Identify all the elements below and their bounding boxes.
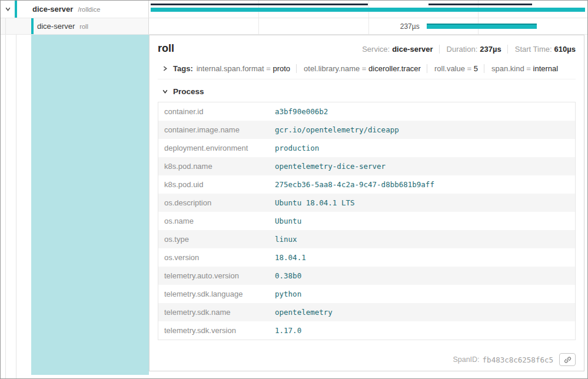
selected-span-color-block (31, 35, 149, 375)
span-detail-panel: roll Service:dice-server Duration:237µs … (149, 35, 584, 371)
kv-key: container.image.name (158, 121, 270, 139)
span-row-rolldice: dice-server /rolldice (1, 1, 587, 18)
kv-key: k8s.pod.uid (158, 175, 270, 194)
tag-key: roll.value (434, 64, 474, 73)
kv-key: telemetry.auto.version (158, 267, 270, 285)
operation-name: /rolldice (78, 6, 100, 13)
span-meta-item: Duration:237µs (439, 45, 501, 54)
table-row: telemetry.auto.version 0.38b0 (158, 267, 576, 285)
tag-value: internal (533, 64, 559, 73)
table-row: deployment.environment production (158, 139, 576, 157)
table-row: os.type linux (158, 230, 576, 248)
kv-value: python (269, 285, 576, 303)
table-row: os.description Ubuntu 18.04.1 LTS (158, 194, 576, 212)
kv-key: os.description (158, 194, 270, 212)
process-kv-rows: container.id a3bf90e006b2 container.imag… (158, 102, 576, 340)
tags-summary: internal.span.formatproto otel.library.n… (197, 64, 558, 73)
tree-indent-guide (16, 35, 16, 378)
chevron-down-icon[interactable] (160, 88, 170, 95)
kv-key: k8s.pod.name (158, 157, 270, 175)
kv-value: a3bf90e006b2 (269, 102, 576, 121)
minimap-span-line (428, 4, 532, 5)
kv-key: deployment.environment (158, 139, 270, 157)
span-name-cell-rolldice[interactable]: dice-server /rolldice (1, 1, 149, 18)
kv-key: telemetry.sdk.language (158, 285, 270, 303)
table-row: container.id a3bf90e006b2 (158, 102, 576, 121)
kv-key: os.name (158, 212, 270, 230)
kv-key: container.id (158, 102, 270, 121)
span-detail-header: roll Service:dice-server Duration:237µs … (158, 42, 576, 55)
table-row: telemetry.sdk.version 1.17.0 (158, 321, 576, 340)
tag-item: span.kindinternal (484, 64, 558, 73)
span-bar-roll[interactable] (427, 24, 537, 29)
tag-value: diceroller.tracer (368, 64, 421, 73)
spanid-value: fb483c8c6258f6c5 (483, 355, 553, 364)
table-row: os.version 18.04.1 (158, 248, 576, 267)
kv-value: 1.17.0 (269, 321, 576, 340)
kv-key: telemetry.sdk.version (158, 321, 270, 340)
meta-label: Duration: (447, 45, 478, 54)
meta-label: Start Time: (515, 45, 552, 54)
tree-indent-guide (5, 35, 6, 378)
table-row: os.name Ubuntu (158, 212, 576, 230)
table-row: k8s.pod.uid 275ecb36-5aa8-4c2a-9c47-d8bb… (158, 175, 576, 194)
kv-value: Ubuntu (269, 212, 576, 230)
kv-key: os.version (158, 248, 270, 267)
service-name: dice-server (37, 22, 75, 31)
meta-value: dice-server (392, 45, 433, 54)
table-row: telemetry.sdk.name opentelemetry (158, 303, 576, 321)
detail-left-column (1, 35, 149, 378)
jaeger-trace-detail-view: dice-server /rolldice dice-server roll 2… (0, 0, 588, 379)
timeline-row-rolldice (149, 1, 587, 18)
tag-key: span.kind (491, 64, 533, 73)
tag-item: roll.value5 (427, 64, 478, 73)
table-row: k8s.pod.name opentelemetry-dice-server (158, 157, 576, 175)
link-icon (563, 355, 572, 364)
kv-key: os.type (158, 230, 270, 248)
tag-key: internal.span.format (197, 64, 273, 73)
span-duration-label: 237µs (149, 22, 420, 31)
span-meta: Service:dice-server Duration:237µs Start… (362, 45, 576, 54)
process-kv-table: container.id a3bf90e006b2 container.imag… (158, 102, 576, 340)
process-accordion[interactable]: Process (158, 87, 576, 96)
tags-accordion[interactable]: Tags: internal.span.formatproto otel.lib… (158, 64, 576, 79)
kv-value: Ubuntu 18.04.1 LTS (269, 194, 576, 212)
span-row-roll: dice-server roll 237µs (1, 18, 587, 35)
tag-value: proto (273, 64, 290, 73)
service-name: dice-server (32, 5, 73, 14)
chevron-right-icon[interactable] (160, 65, 170, 72)
kv-value: opentelemetry-dice-server (269, 157, 576, 175)
tag-item: otel.library.namediceroller.tracer (296, 64, 421, 73)
span-color-bar (31, 18, 34, 34)
tag-item: internal.span.formatproto (197, 64, 290, 73)
timeline-row-roll: 237µs (149, 18, 587, 35)
operation-name: roll (79, 23, 88, 30)
span-meta-item: Start Time:610µs (507, 45, 576, 54)
kv-key: telemetry.sdk.name (158, 303, 270, 321)
span-title: roll (158, 42, 174, 55)
meta-value: 610µs (554, 45, 576, 54)
span-meta-item: Service:dice-server (362, 45, 433, 54)
meta-value: 237µs (480, 45, 501, 54)
spanid-label: SpanID: (453, 355, 479, 364)
kv-value: 18.04.1 (269, 248, 576, 267)
tree-indent-guide (5, 18, 6, 34)
kv-value: gcr.io/opentelemetry/diceapp (269, 121, 576, 139)
kv-value: production (269, 139, 576, 157)
span-link-button[interactable] (559, 353, 576, 366)
kv-value: linux (269, 230, 576, 248)
span-detail-footer: SpanID: fb483c8c6258f6c5 (158, 348, 576, 366)
kv-value: 275ecb36-5aa8-4c2a-9c47-d8bb681b9aff (269, 175, 576, 194)
minimap-span-line (151, 4, 368, 5)
meta-label: Service: (362, 45, 390, 54)
span-bar-rolldice[interactable] (151, 8, 585, 12)
chevron-down-icon[interactable] (3, 6, 12, 12)
tag-key: otel.library.name (304, 64, 368, 73)
tags-label: Tags: (173, 64, 193, 73)
span-name-cell-roll[interactable]: dice-server roll (1, 18, 149, 35)
table-row: container.image.name gcr.io/opentelemetr… (158, 121, 576, 139)
tag-value: 5 (474, 64, 478, 73)
process-label: Process (173, 87, 204, 96)
kv-value: 0.38b0 (269, 267, 576, 285)
table-row: telemetry.sdk.language python (158, 285, 576, 303)
